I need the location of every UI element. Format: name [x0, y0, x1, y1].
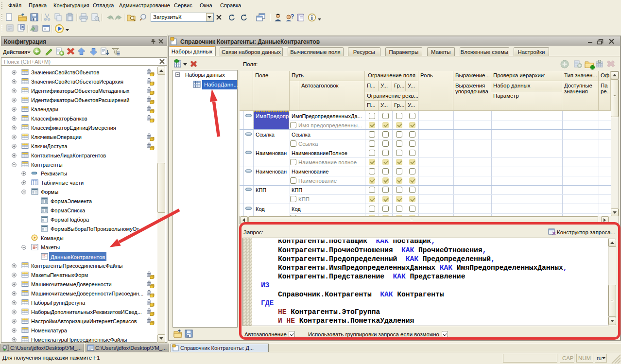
svg-text:?: ? — [291, 13, 294, 20]
